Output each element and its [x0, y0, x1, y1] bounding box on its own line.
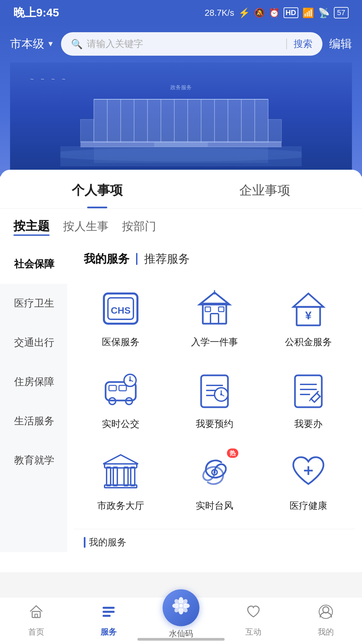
service-item-health[interactable]: 医疗健康 [265, 444, 352, 519]
gov-icon-wrap [99, 450, 142, 494]
medical-insurance-label: 医保服务 [102, 336, 139, 348]
home-icon [28, 604, 44, 623]
svg-rect-27 [210, 314, 219, 324]
mute-icon: 🔕 [254, 8, 265, 18]
service-content: 我的服务 推荐服务 CHS 医保服务 [67, 245, 362, 552]
nav-home[interactable]: 首页 [0, 601, 72, 641]
service-item-typhoon[interactable]: 热 实时台风 [171, 444, 258, 519]
search-placeholder: 请输入关键字 [87, 38, 280, 50]
school-icon [194, 288, 235, 329]
signal-icon: 📶 [302, 7, 314, 18]
network-speed: 28.7K/s [205, 8, 234, 18]
nav-mine[interactable]: 我的 [290, 601, 362, 641]
sidebar-item-housing[interactable]: 住房保障 [0, 362, 67, 401]
bluetooth-icon: ⚡ [238, 7, 250, 18]
service-item-gov[interactable]: 市政务大厅 [77, 444, 164, 519]
sidebar-item-traffic[interactable]: 交通出行 [0, 323, 67, 362]
edit-button[interactable]: 编辑 [329, 36, 352, 52]
sidebar-item-edu[interactable]: 教育就学 [0, 441, 67, 480]
gov-icon [101, 452, 141, 492]
service-panel: 社会保障 医疗卫生 交通出行 住房保障 生活服务 教育就学 我的服务 [0, 245, 362, 552]
filter-tab-dept[interactable]: 按部门 [122, 219, 156, 234]
handle-icon-wrap [287, 369, 330, 412]
mine-label: 我的 [318, 627, 334, 637]
handle-icon [288, 370, 328, 411]
svg-line-56 [309, 399, 311, 401]
health-icon-wrap [287, 450, 330, 494]
appointment-label: 我要预约 [196, 418, 233, 430]
service-grid: CHS 医保服务 [74, 273, 355, 526]
school-icon-wrap [193, 287, 236, 330]
service-label: 服务 [101, 627, 117, 637]
narcissus-icon [171, 596, 191, 620]
svg-line-55 [317, 391, 318, 393]
nav-narcissus[interactable]: 水仙码 [145, 603, 217, 639]
handle-label: 我要办 [294, 418, 322, 430]
interact-icon [246, 604, 261, 623]
main-content: 个人事项 企业事项 按主题 按人生事 按部门 社会保障 医疗卫生 交通出行 住房… [0, 170, 362, 572]
wifi-icon: 📡 [318, 7, 330, 18]
sidebar-item-social[interactable]: 社会保障 [0, 245, 67, 284]
search-box[interactable]: 🔍 请输入关键字 搜索 [61, 32, 322, 56]
alarm-icon: ⏰ [269, 8, 280, 18]
status-time: 晚上9:45 [13, 5, 59, 20]
header: 市本级 ▼ 🔍 请输入关键字 搜索 编辑 ~ ~ ~ ~ [0, 24, 362, 176]
service-item-handle[interactable]: 我要办 [265, 362, 352, 437]
svg-point-82 [323, 607, 329, 613]
my-service-label: 我的服务 [84, 251, 129, 267]
bottom-preview-label: 我的服务 [89, 536, 126, 549]
building-illustration: 政务服务 [60, 79, 302, 166]
gov-label: 市政务大厅 [97, 499, 144, 512]
svg-rect-70 [103, 607, 115, 609]
city-label: 市本级 [10, 36, 44, 52]
svg-rect-20 [80, 119, 94, 142]
interact-label: 互动 [245, 627, 261, 637]
appointment-icon [194, 370, 235, 411]
search-button[interactable]: 搜索 [294, 38, 312, 50]
housing-fund-label: 公积金服务 [285, 336, 332, 348]
header-divider [136, 253, 137, 265]
bus-icon [101, 370, 141, 411]
service-item-school[interactable]: 入学一件事 [171, 280, 258, 355]
recommend-service-label: 推荐服务 [144, 251, 190, 267]
filter-tab-life[interactable]: 按人生事 [63, 219, 109, 234]
hd-icon: HD [284, 7, 298, 18]
nav-service[interactable]: 服务 [72, 601, 145, 641]
svg-rect-35 [109, 385, 116, 391]
sidebar-item-life[interactable]: 生活服务 [0, 401, 67, 441]
tab-personal[interactable]: 个人事项 [13, 170, 181, 208]
svg-rect-19 [154, 142, 208, 147]
svg-rect-57 [107, 467, 111, 486]
svg-rect-36 [119, 385, 126, 391]
typhoon-icon [194, 452, 235, 492]
filter-tab-theme[interactable]: 按主题 [13, 218, 50, 234]
city-arrow-icon: ▼ [47, 40, 54, 48]
chs-icon: CHS [101, 288, 141, 329]
service-icon [101, 604, 116, 623]
tab-enterprise[interactable]: 企业事项 [181, 170, 349, 208]
svg-text:政务服务: 政务服务 [170, 85, 192, 90]
search-divider [286, 39, 287, 49]
bottom-preview: 我的服务 [74, 529, 355, 552]
svg-rect-59 [124, 467, 128, 486]
status-bar: 晚上9:45 28.7K/s ⚡ 🔕 ⏰ HD 📶 📡 57 [0, 0, 362, 24]
home-indicator [137, 638, 225, 641]
service-sidebar: 社会保障 医疗卫生 交通出行 住房保障 生活服务 教育就学 [0, 245, 67, 552]
banner-image: ~ ~ ~ ~ 政务服务 [10, 62, 352, 176]
service-item-medical-insurance[interactable]: CHS 医保服务 [77, 280, 164, 355]
search-row: 市本级 ▼ 🔍 请输入关键字 搜索 编辑 [10, 32, 352, 56]
bus-icon-wrap [99, 369, 142, 412]
health-icon [288, 452, 328, 492]
service-item-bus[interactable]: 实时公交 [77, 362, 164, 437]
nav-interact[interactable]: 互动 [217, 601, 290, 641]
mine-icon [318, 604, 334, 623]
svg-text:CHS: CHS [111, 305, 130, 316]
sidebar-item-medical[interactable]: 医疗卫生 [0, 284, 67, 323]
city-selector[interactable]: 市本级 ▼ [10, 36, 54, 52]
service-item-appointment[interactable]: 我要预约 [171, 362, 258, 437]
svg-rect-60 [131, 467, 135, 486]
service-item-housing-fund[interactable]: ¥ 公积金服务 [265, 280, 352, 355]
bus-label: 实时公交 [102, 418, 139, 430]
svg-point-65 [214, 471, 216, 473]
svg-rect-71 [103, 611, 115, 613]
